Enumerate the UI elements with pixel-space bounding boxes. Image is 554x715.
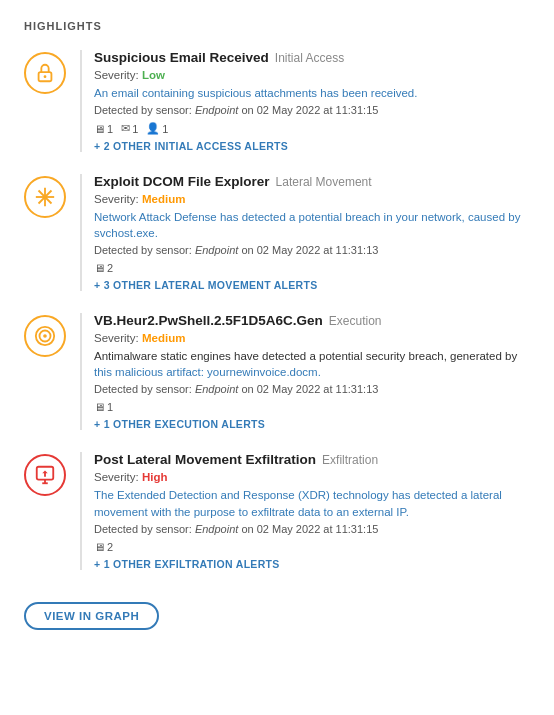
alert-title-row: Exploit DCOM File Explorer Lateral Movem…	[94, 174, 530, 189]
section-title: HIGHLIGHTS	[24, 20, 530, 32]
more-alerts-link[interactable]: + 1 OTHER EXFILTRATION ALERTS	[94, 558, 530, 570]
monitor-count: 1	[107, 401, 113, 413]
alert-category: Lateral Movement	[276, 175, 372, 189]
alert-detected: Detected by sensor: Endpoint on 02 May 2…	[94, 244, 530, 256]
monitor-count: 2	[107, 541, 113, 553]
alert-severity: Medium	[142, 193, 185, 205]
alert-content-exploit: Exploit DCOM File Explorer Lateral Movem…	[80, 174, 530, 291]
monitor-icon: 🖥	[94, 401, 105, 413]
alert-name: Suspicious Email Received	[94, 50, 269, 65]
alert-name: VB.Heur2.PwShell.2.5F1D5A6C.Gen	[94, 313, 323, 328]
user-badge: 👤 1	[146, 122, 168, 135]
monitor-icon: 🖥	[94, 541, 105, 553]
alert-category: Initial Access	[275, 51, 344, 65]
alert-content-exfil: Post Lateral Movement Exfiltration Exfil…	[80, 452, 530, 569]
alert-icon-email	[24, 52, 66, 94]
alert-title-row: Post Lateral Movement Exfiltration Exfil…	[94, 452, 530, 467]
view-in-graph-button[interactable]: VIEW IN GRAPH	[24, 602, 159, 630]
alert-icon-vb	[24, 315, 66, 357]
alert-category: Execution	[329, 314, 382, 328]
alert-description[interactable]: An email containing suspicious attachmen…	[94, 85, 530, 101]
email-badge: ✉ 1	[121, 122, 138, 135]
alert-icons-row: 🖥 1	[94, 401, 530, 413]
more-alerts-link[interactable]: + 2 OTHER INITIAL ACCESS ALERTS	[94, 140, 530, 152]
malicious-link[interactable]: this malicious artifact: yournewinvoice.…	[94, 366, 321, 378]
monitor-icon: 🖥	[94, 123, 105, 135]
alert-severity-row: Severity: Low	[94, 69, 530, 81]
monitor-badge: 🖥 1	[94, 123, 113, 135]
alert-item: Post Lateral Movement Exfiltration Exfil…	[24, 452, 530, 569]
monitor-icon: 🖥	[94, 262, 105, 274]
user-count: 1	[162, 123, 168, 135]
alert-icons-row: 🖥 2	[94, 541, 530, 553]
alert-icons-row: 🖥 1 ✉ 1 👤 1	[94, 122, 530, 135]
user-icon: 👤	[146, 122, 160, 135]
alert-severity-row: Severity: Medium	[94, 332, 530, 344]
alert-title-row: Suspicious Email Received Initial Access	[94, 50, 530, 65]
alert-category: Exfiltration	[322, 453, 378, 467]
email-icon: ✉	[121, 122, 130, 135]
alert-detected: Detected by sensor: Endpoint on 02 May 2…	[94, 523, 530, 535]
alert-icons-row: 🖥 2	[94, 262, 530, 274]
more-alerts-link[interactable]: + 3 OTHER LATERAL MOVEMENT ALERTS	[94, 279, 530, 291]
alert-description[interactable]: The Extended Detection and Response (XDR…	[94, 487, 530, 519]
monitor-badge: 🖥 2	[94, 262, 113, 274]
alert-severity-row: Severity: High	[94, 471, 530, 483]
alert-description: Antimalware static engines have detected…	[94, 348, 530, 380]
alert-item: Suspicious Email Received Initial Access…	[24, 50, 530, 152]
more-alerts-link[interactable]: + 1 OTHER EXECUTION ALERTS	[94, 418, 530, 430]
email-count: 1	[132, 123, 138, 135]
monitor-badge: 🖥 2	[94, 541, 113, 553]
highlights-section: HIGHLIGHTS Suspicious Email Received Ini…	[24, 20, 530, 630]
monitor-count: 2	[107, 262, 113, 274]
alert-description[interactable]: Network Attack Defense has detected a po…	[94, 209, 530, 241]
alert-severity-row: Severity: Medium	[94, 193, 530, 205]
alert-item: VB.Heur2.PwShell.2.5F1D5A6C.Gen Executio…	[24, 313, 530, 430]
alert-content-email: Suspicious Email Received Initial Access…	[80, 50, 530, 152]
alert-content-vb: VB.Heur2.PwShell.2.5F1D5A6C.Gen Executio…	[80, 313, 530, 430]
alert-severity: Medium	[142, 332, 185, 344]
monitor-badge: 🖥 1	[94, 401, 113, 413]
alert-item: Exploit DCOM File Explorer Lateral Movem…	[24, 174, 530, 291]
monitor-count: 1	[107, 123, 113, 135]
alert-title-row: VB.Heur2.PwShell.2.5F1D5A6C.Gen Executio…	[94, 313, 530, 328]
alert-name: Post Lateral Movement Exfiltration	[94, 452, 316, 467]
alert-severity: Low	[142, 69, 165, 81]
alert-icon-exfil	[24, 454, 66, 496]
alert-icon-exploit	[24, 176, 66, 218]
alert-name: Exploit DCOM File Explorer	[94, 174, 270, 189]
alert-severity: High	[142, 471, 168, 483]
alert-detected: Detected by sensor: Endpoint on 02 May 2…	[94, 104, 530, 116]
alert-detected: Detected by sensor: Endpoint on 02 May 2…	[94, 383, 530, 395]
